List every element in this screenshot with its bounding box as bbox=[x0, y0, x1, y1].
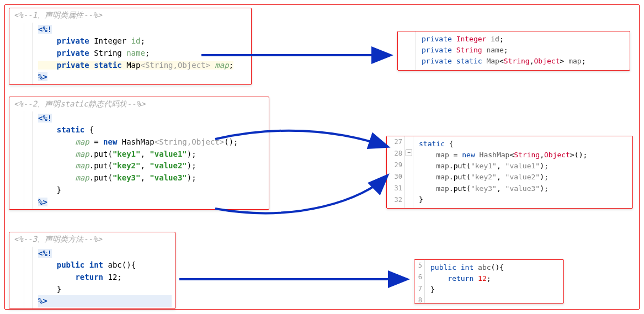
comment-3: <%--3、声明类方法--%> bbox=[9, 232, 175, 247]
fold-col: − bbox=[405, 136, 413, 208]
panel-2-right: 27 28 29 30 31 32 − static { map = new H… bbox=[386, 136, 633, 209]
jsp-code-2: <%! static { map = new HashMap<String,Ob… bbox=[38, 113, 265, 209]
gutter-lines: 27 28 29 30 31 32 bbox=[387, 136, 405, 208]
jsp-code-3: <%! public int abc(){ return 12; } %> bbox=[38, 248, 172, 307]
gutter bbox=[398, 31, 416, 70]
java-code-1: private Integer id; private String name;… bbox=[422, 34, 624, 67]
fold-minus-icon[interactable]: − bbox=[406, 150, 412, 156]
gutter-lines: 5 6 7 8 bbox=[414, 260, 425, 303]
panel-1-right: private Integer id; private String name;… bbox=[397, 31, 630, 71]
comment-2: <%--2、声明static静态代码块--%> bbox=[9, 97, 269, 111]
panel-1-left: <%--1、声明类属性--%> <%! private Integer id; … bbox=[9, 8, 252, 85]
fold bbox=[24, 23, 33, 84]
code-1: <%! private Integer id; private String n… bbox=[9, 23, 251, 84]
panel-3-right: 5 6 7 8 public int abc(){ return 12; } bbox=[414, 259, 564, 304]
panel-3-left: <%--3、声明类方法--%> <%! public int abc(){ re… bbox=[9, 232, 175, 309]
panel-2-left: <%--2、声明static静态代码块--%> <%! static { map… bbox=[9, 97, 269, 210]
java-code-3: public int abc(){ return 12; } bbox=[430, 262, 558, 295]
gutter bbox=[9, 23, 24, 84]
comment-1: <%--1、声明类属性--%> bbox=[9, 8, 251, 23]
java-code-2: static { map = new HashMap<String,Object… bbox=[419, 139, 627, 205]
